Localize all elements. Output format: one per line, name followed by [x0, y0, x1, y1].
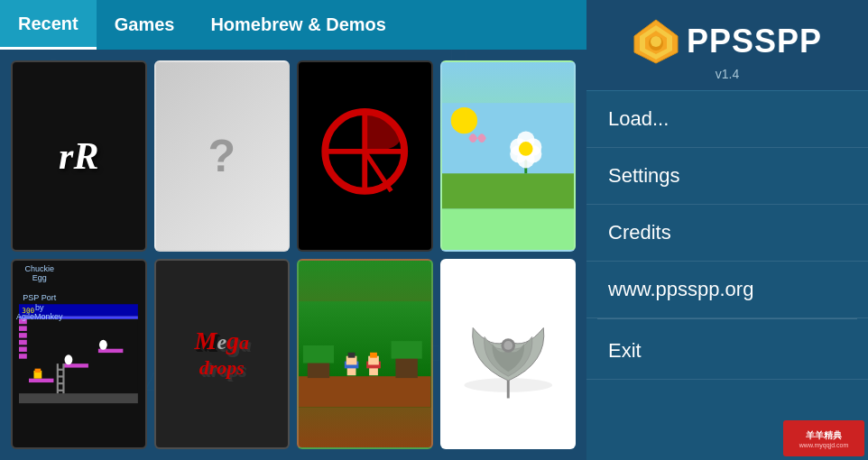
game-grid: rR ? — [0, 50, 586, 460]
svg-rect-48 — [58, 375, 64, 377]
game-thumb-mega-drops[interactable]: Mega drops — [154, 259, 291, 450]
svg-rect-44 — [35, 369, 42, 373]
menu-exit[interactable]: Exit — [586, 323, 868, 380]
svg-rect-50 — [58, 390, 64, 391]
right-sidebar: PPSSPP v1.4 Load... Settings Credits www… — [586, 0, 868, 460]
app-name: PPSSPP — [687, 23, 822, 60]
svg-rect-75 — [392, 341, 422, 359]
svg-rect-49 — [58, 382, 64, 384]
svg-rect-57 — [19, 326, 27, 330]
chuckie-egg-label: ChuckieEggPSP PortbyAgileMonkey — [16, 264, 63, 323]
svg-rect-40 — [29, 379, 53, 382]
watermark-text1: 羊羊精典 — [806, 429, 842, 442]
game-thumb-lotus[interactable] — [440, 259, 577, 450]
top-navigation: Recent Games Homebrew & Demos — [0, 0, 586, 50]
svg-rect-39 — [19, 393, 138, 403]
svg-rect-28 — [442, 173, 575, 208]
svg-rect-59 — [19, 340, 27, 345]
flower-svg — [442, 62, 575, 250]
ppsspp-logo-icon — [633, 18, 679, 65]
svg-rect-45 — [57, 363, 59, 393]
menu-separator — [597, 318, 857, 319]
nav-games[interactable]: Games — [97, 0, 193, 50]
svg-rect-63 — [299, 376, 431, 407]
menu-website[interactable]: www.ppsspp.org — [586, 262, 868, 318]
nav-homebrew[interactable]: Homebrew & Demos — [192, 0, 404, 50]
svg-rect-58 — [19, 333, 27, 337]
game-thumb-unknown[interactable]: ? — [154, 60, 291, 252]
menu-load[interactable]: Load... — [586, 91, 868, 148]
game-thumb-rr[interactable]: rR — [11, 60, 147, 252]
version-text: v1.4 — [716, 67, 739, 81]
menu-settings[interactable]: Settings — [586, 148, 868, 205]
svg-point-79 — [503, 341, 512, 350]
game-thumb-chuckie-egg[interactable]: ChuckieEggPSP PortbyAgileMonkey 300 — [11, 259, 147, 450]
logo-container: PPSSPP — [633, 18, 822, 65]
svg-point-52 — [99, 340, 107, 350]
game-label-rr: rR — [59, 134, 98, 178]
menu-credits[interactable]: Credits — [586, 205, 868, 262]
lotus-svg — [442, 261, 575, 448]
watermark-text2: www.myqqjd.com — [799, 442, 848, 448]
racing-svg — [299, 62, 431, 250]
logo-area: PPSSPP v1.4 — [586, 0, 868, 90]
game-label-unknown: ? — [208, 130, 235, 182]
svg-rect-46 — [63, 363, 65, 393]
game-thumb-racing[interactable] — [297, 60, 433, 252]
svg-rect-60 — [19, 347, 27, 352]
svg-rect-67 — [348, 352, 356, 357]
pixel-svg — [299, 261, 431, 448]
mega-drops-label: Mega drops — [194, 327, 249, 381]
watermark: 羊羊精典 www.myqqjd.com — [783, 420, 864, 456]
game-thumb-pixel[interactable] — [297, 259, 433, 450]
game-thumb-flower[interactable] — [440, 60, 577, 252]
svg-rect-61 — [19, 354, 27, 358]
svg-point-37 — [518, 142, 532, 156]
svg-point-51 — [65, 354, 73, 364]
nav-recent[interactable]: Recent — [0, 0, 97, 50]
menu-area: Load... Settings Credits www.ppsspp.org … — [586, 90, 868, 460]
svg-rect-71 — [370, 352, 377, 357]
svg-rect-73 — [303, 345, 334, 363]
svg-point-85 — [651, 36, 661, 47]
svg-point-29 — [450, 107, 476, 133]
svg-rect-47 — [58, 369, 64, 371]
